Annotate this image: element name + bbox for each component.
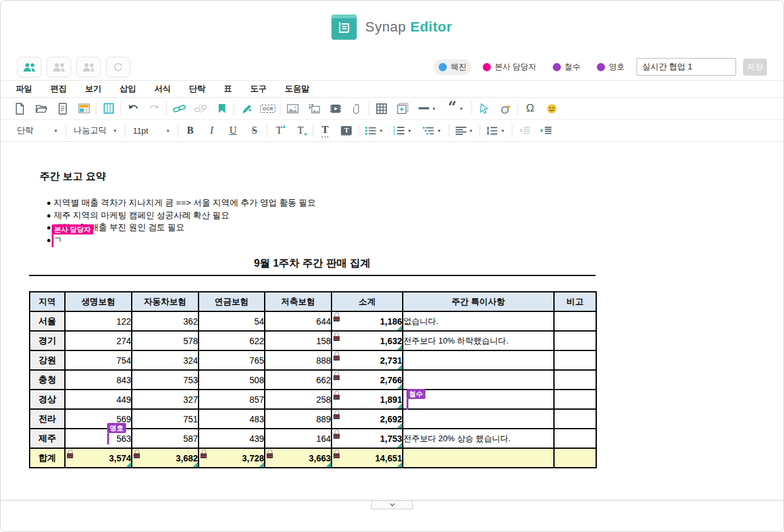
document-info-button[interactable] bbox=[52, 100, 73, 117]
weekly-sales-table[interactable]: 지역생명보험자동차보험연금보험저축보험소계주간 특이사항비고 서울1223625… bbox=[29, 291, 597, 468]
value-cell[interactable]: 327 bbox=[132, 390, 199, 409]
menu-format[interactable]: 서식 bbox=[154, 83, 171, 95]
bookmark-button[interactable] bbox=[211, 100, 233, 117]
value-cell[interactable]: 324 bbox=[132, 350, 199, 370]
table-title[interactable]: 9월 1주차 주간 판매 집계 bbox=[29, 257, 596, 276]
menu-edit[interactable]: 편집 bbox=[50, 83, 67, 95]
value-cell[interactable]: 164 bbox=[265, 429, 331, 448]
collab-users-button-3[interactable] bbox=[76, 57, 101, 78]
note-cell[interactable]: 전주보다 10% 하락했습니다. bbox=[403, 331, 554, 350]
font-family-select[interactable]: 나눔고딕▼ bbox=[67, 125, 124, 136]
menu-view[interactable]: 보기 bbox=[85, 83, 101, 95]
emoji-button[interactable] bbox=[541, 100, 562, 117]
value-cell[interactable]: 843 bbox=[65, 370, 132, 390]
value-cell[interactable]: 54 bbox=[199, 311, 265, 331]
menu-table[interactable]: 표 bbox=[224, 83, 232, 95]
menu-help[interactable]: 도움말 bbox=[285, 83, 309, 95]
value-cell[interactable]: 449 bbox=[65, 390, 132, 409]
menu-insert[interactable]: 삽입 bbox=[120, 83, 136, 95]
value-cell[interactable]: 3,728 bbox=[199, 448, 265, 468]
strikethrough-button[interactable]: S bbox=[244, 122, 265, 139]
value-cell[interactable]: 751 bbox=[132, 409, 199, 429]
remark-cell[interactable] bbox=[554, 429, 596, 448]
insert-link-button[interactable] bbox=[168, 100, 190, 117]
remark-cell[interactable] bbox=[554, 448, 596, 468]
collapse-panel-tab[interactable] bbox=[371, 500, 413, 509]
open-document-button[interactable] bbox=[30, 100, 52, 117]
superscript-button[interactable]: T▲ bbox=[268, 122, 290, 139]
value-cell[interactable]: 765 bbox=[199, 350, 265, 370]
quote-button[interactable]: “▼ bbox=[441, 100, 470, 117]
subtotal-cell[interactable]: 1,186 bbox=[331, 311, 403, 331]
value-cell[interactable]: 158 bbox=[265, 331, 331, 350]
note-cell[interactable] bbox=[403, 448, 554, 468]
collab-sync-button[interactable] bbox=[106, 57, 130, 78]
bullet-item-1[interactable]: 지역별 매출 격차가 지나치게 큼 ==> 서울 지역에 추가 영업 활동 필요 bbox=[33, 197, 596, 209]
note-cell[interactable]: 없습니다. bbox=[403, 311, 554, 331]
insert-image-button[interactable] bbox=[282, 100, 303, 117]
value-cell[interactable]: 563영호 bbox=[65, 429, 132, 448]
insert-video-button[interactable] bbox=[325, 100, 346, 117]
value-cell[interactable]: 753 bbox=[132, 370, 199, 390]
special-character-button[interactable]: Ω bbox=[519, 100, 541, 117]
font-color-button[interactable]: T bbox=[314, 122, 336, 139]
value-cell[interactable]: 888 bbox=[265, 350, 331, 370]
value-cell[interactable]: 439 bbox=[199, 429, 265, 448]
region-cell[interactable]: 서울 bbox=[30, 311, 65, 331]
note-cell[interactable]: 전주보다 20% 상승 했습니다. bbox=[403, 429, 554, 448]
ocr-button[interactable]: OCR bbox=[257, 100, 279, 117]
bullet-item-4[interactable]: ㄱ bbox=[33, 234, 596, 246]
region-cell[interactable]: 경기 bbox=[30, 331, 65, 350]
remark-cell[interactable] bbox=[554, 370, 596, 390]
value-cell[interactable]: 889 bbox=[265, 409, 331, 429]
value-cell[interactable]: 578 bbox=[132, 331, 199, 350]
note-cell[interactable] bbox=[403, 409, 554, 429]
redo-button[interactable] bbox=[144, 100, 165, 117]
remark-cell[interactable] bbox=[554, 331, 596, 350]
value-cell[interactable]: 662 bbox=[265, 370, 331, 390]
page-layout-button[interactable] bbox=[98, 100, 119, 117]
select-tool-button[interactable] bbox=[473, 100, 495, 117]
image-collection-button[interactable] bbox=[303, 100, 325, 117]
menu-tools[interactable]: 도구 bbox=[250, 83, 267, 95]
menu-paragraph[interactable]: 단락 bbox=[189, 83, 205, 95]
note-cell[interactable]: 철수 bbox=[403, 390, 554, 409]
smart-edit-button[interactable] bbox=[236, 100, 257, 117]
value-cell[interactable]: 483 bbox=[199, 409, 265, 429]
numbered-list-button[interactable]: 123▼ bbox=[388, 122, 417, 139]
horizontal-line-button[interactable]: ▼ bbox=[413, 100, 441, 117]
subtotal-cell[interactable]: 14,651 bbox=[331, 448, 403, 468]
value-cell[interactable]: 587 bbox=[132, 429, 199, 448]
undo-button[interactable] bbox=[122, 100, 144, 117]
line-spacing-button[interactable]: ▼ bbox=[481, 122, 510, 139]
highlight-color-button[interactable]: T bbox=[336, 122, 357, 139]
region-cell[interactable]: 충청 bbox=[30, 370, 65, 390]
attach-file-button[interactable] bbox=[346, 100, 367, 117]
new-document-button[interactable] bbox=[9, 100, 30, 117]
indent-button[interactable] bbox=[535, 122, 556, 139]
collab-users-button-2[interactable] bbox=[47, 57, 71, 78]
subtotal-cell[interactable]: 2,766 bbox=[331, 370, 403, 390]
menu-file[interactable]: 파일 bbox=[16, 83, 32, 95]
region-cell[interactable]: 합계 bbox=[30, 448, 65, 468]
value-cell[interactable]: 3,682 bbox=[132, 448, 199, 468]
remark-cell[interactable] bbox=[554, 311, 596, 331]
value-cell[interactable]: 644 bbox=[265, 311, 331, 331]
insert-frame-button[interactable] bbox=[392, 100, 413, 117]
template-button[interactable] bbox=[73, 100, 95, 117]
report-heading[interactable]: 주간 보고 요약 bbox=[40, 142, 596, 183]
note-cell[interactable] bbox=[403, 370, 554, 390]
underline-button[interactable]: U bbox=[222, 122, 244, 139]
subtotal-cell[interactable]: 1,891 bbox=[331, 390, 403, 409]
paragraph-style-select[interactable]: 단락▼ bbox=[11, 125, 64, 136]
remark-cell[interactable] bbox=[554, 350, 596, 370]
value-cell[interactable]: 508 bbox=[199, 370, 265, 390]
font-size-select[interactable]: 11pt▼ bbox=[127, 126, 176, 136]
subtotal-cell[interactable]: 1,753 bbox=[331, 429, 403, 448]
bullet-item-2[interactable]: 제주 지역의 마케팅 캠페인 성공사례 확산 필요 bbox=[33, 209, 596, 222]
remark-cell[interactable] bbox=[554, 390, 596, 409]
subtotal-cell[interactable]: 1,632 bbox=[331, 331, 403, 350]
document-name-input[interactable] bbox=[637, 58, 736, 76]
multilevel-list-button[interactable]: ▼ bbox=[417, 122, 447, 139]
subscript-button[interactable]: T▼ bbox=[290, 122, 311, 139]
